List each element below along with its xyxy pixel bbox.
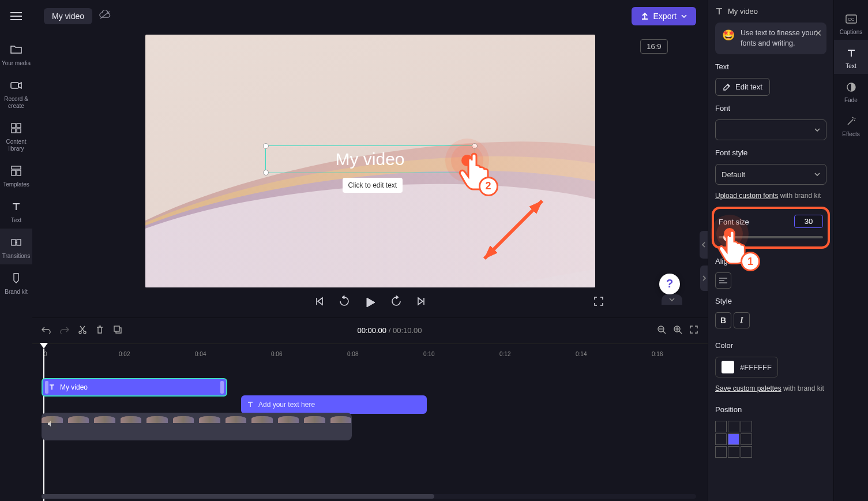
clip-label: Add your text here	[258, 401, 315, 409]
save-palettes-link[interactable]: Save custom palettes with brand kit	[715, 384, 826, 392]
nav-transitions[interactable]: Transitions	[0, 229, 32, 264]
font-style-select[interactable]: Default	[715, 164, 826, 185]
font-select[interactable]	[715, 119, 826, 140]
align-left-button[interactable]	[715, 272, 731, 289]
font-style-value: Default	[722, 170, 745, 179]
video-clip[interactable]	[42, 413, 352, 440]
zoom-out-button[interactable]	[657, 325, 666, 337]
nav-record-create[interactable]: Record & create	[0, 72, 32, 114]
text-icon	[847, 47, 856, 59]
aspect-ratio-badge[interactable]: 16:9	[640, 39, 667, 54]
zoom-in-button[interactable]	[673, 325, 682, 337]
text-icon	[715, 8, 723, 16]
position-cell[interactable]	[715, 433, 727, 445]
help-button[interactable]: ?	[659, 274, 680, 294]
nav-brand-kit[interactable]: Brand kit	[0, 264, 32, 300]
timeline-ruler[interactable]: 0 0:02 0:04 0:06 0:08 0:10 0:12 0:14 0:1…	[32, 343, 708, 361]
nav-text[interactable]: Text	[0, 193, 32, 229]
expand-left-panel-button[interactable]	[700, 266, 708, 291]
color-swatch	[722, 361, 734, 373]
chevron-down-icon	[814, 173, 820, 176]
tip-emoji-icon: 🤩	[722, 28, 735, 48]
clip-trim-handle[interactable]	[45, 381, 48, 394]
hamburger-menu[interactable]	[3, 3, 29, 29]
chevron-down-icon	[681, 14, 687, 18]
project-title[interactable]: My video	[44, 8, 92, 24]
position-cell[interactable]	[715, 421, 727, 432]
clip-trim-handle[interactable]	[220, 381, 224, 394]
duplicate-button[interactable]	[113, 325, 122, 337]
fade-icon	[846, 81, 856, 94]
close-tip-button[interactable]: ✕	[814, 27, 822, 40]
ruler-tick: 0:06	[271, 351, 282, 357]
fullscreen-button[interactable]	[593, 296, 604, 309]
expand-right-panel-button[interactable]	[700, 231, 708, 259]
svg-rect-4	[12, 124, 16, 128]
preview-canvas[interactable]: My video Click to edit text 2	[145, 35, 595, 287]
chevron-down-icon	[814, 128, 820, 132]
color-hex: #FFFFFF	[740, 363, 772, 372]
collapse-timeline-button[interactable]	[662, 294, 682, 305]
redo-button[interactable]	[60, 326, 69, 336]
nav-content-library[interactable]: Content library	[0, 114, 32, 157]
position-cell-selected[interactable]	[728, 433, 739, 445]
resize-arrow-icon	[473, 189, 554, 272]
svg-marker-17	[342, 296, 344, 299]
rewind-button[interactable]	[339, 296, 350, 309]
ruler-tick: 0:16	[652, 351, 663, 357]
forward-button[interactable]	[390, 296, 402, 309]
text-clip-placeholder[interactable]: Add your text here	[241, 395, 427, 414]
resize-handle[interactable]	[263, 170, 269, 175]
upload-fonts-link[interactable]: Upload custom fonts with brand kit	[715, 192, 826, 200]
ruler-tick: 0:08	[347, 351, 358, 357]
svg-point-21	[84, 331, 86, 334]
svg-rect-5	[17, 124, 21, 128]
far-captions[interactable]: CC Captions	[834, 6, 869, 40]
svg-line-24	[663, 331, 666, 334]
text-overlay-box[interactable]: My video	[265, 145, 475, 173]
position-cell[interactable]	[728, 421, 739, 432]
panel-title: My video	[715, 7, 826, 16]
svg-rect-11	[12, 240, 16, 245]
position-cell[interactable]	[715, 446, 727, 458]
far-label: Text	[846, 63, 856, 69]
position-cell[interactable]	[741, 433, 752, 445]
font-size-highlight: Font size 1	[712, 207, 830, 249]
text-clip-selected[interactable]: My video	[42, 378, 227, 397]
position-cell[interactable]	[741, 446, 752, 458]
play-button[interactable]	[364, 296, 377, 309]
svg-rect-9	[12, 170, 16, 175]
skip-end-button[interactable]	[416, 296, 426, 309]
ruler-tick: 0:10	[423, 351, 434, 357]
edit-text-button[interactable]: Edit text	[715, 78, 770, 96]
timeline-scrollbar[interactable]	[42, 494, 696, 499]
position-cell[interactable]	[741, 421, 752, 432]
split-button[interactable]	[78, 325, 87, 337]
nav-templates[interactable]: Templates	[0, 157, 32, 193]
fit-zoom-button[interactable]	[689, 325, 698, 337]
far-label: Captions	[840, 29, 862, 35]
far-text[interactable]: Text	[834, 40, 869, 74]
delete-button[interactable]	[96, 325, 104, 337]
step-badge: 1	[741, 252, 760, 271]
far-fade[interactable]: Fade	[834, 74, 869, 108]
svg-rect-3	[11, 83, 18, 88]
resize-handle[interactable]	[263, 143, 269, 149]
export-button[interactable]: Export	[632, 7, 696, 25]
skip-start-button[interactable]	[314, 296, 325, 309]
svg-rect-7	[17, 129, 21, 133]
font-size-input[interactable]	[794, 215, 823, 228]
bold-button[interactable]: B	[715, 312, 731, 328]
nav-your-media[interactable]: Your media	[0, 36, 32, 72]
italic-button[interactable]: I	[734, 312, 750, 328]
playhead[interactable]	[40, 343, 48, 349]
svg-rect-8	[12, 166, 21, 169]
undo-button[interactable]	[42, 326, 51, 336]
far-effects[interactable]: Effects	[834, 108, 869, 142]
section-style-label: Style	[715, 297, 826, 305]
color-picker[interactable]: #FFFFFF	[715, 357, 778, 377]
overlay-text: My video	[335, 149, 404, 169]
nav-label: Content library	[0, 139, 32, 152]
text-clip-icon	[48, 384, 55, 391]
position-cell[interactable]	[728, 446, 739, 458]
